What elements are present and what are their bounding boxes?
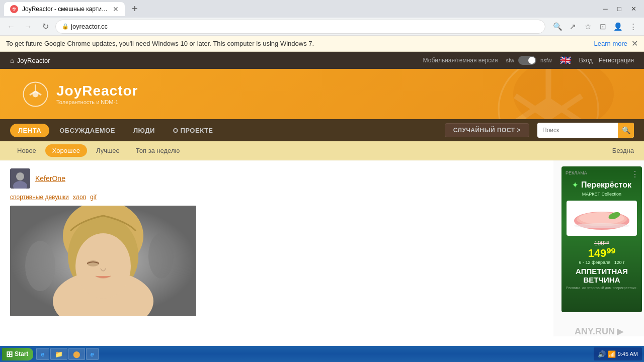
menu-icon[interactable]: ⋮ xyxy=(626,20,640,34)
refresh-button[interactable]: ↻ xyxy=(38,20,52,34)
chrome-icon: ⬤ xyxy=(73,350,80,358)
subnav-bezdna[interactable]: Бездна xyxy=(612,147,634,154)
nav-item-o-proekte[interactable]: О ПРОЕКТЕ xyxy=(165,124,221,137)
infobar-message: To get future Google Chrome updates, you… xyxy=(6,40,590,47)
ad-options-button[interactable]: ⋮ xyxy=(631,169,639,179)
post-tags: спортивные девушки хлоп gif xyxy=(10,194,543,201)
ad-disclaimer: Реклама. ао «торговый дом «перекресток». xyxy=(566,286,637,290)
toggle-switch[interactable] xyxy=(518,56,536,65)
learn-more-link[interactable]: Learn more xyxy=(594,40,627,47)
nav-item-lyudi[interactable]: ЛЮДИ xyxy=(125,124,163,137)
home-icon: ⌂ xyxy=(10,57,14,64)
search-input[interactable] xyxy=(537,124,618,136)
edge-icon: e xyxy=(91,350,94,358)
random-post-button[interactable]: СЛУЧАЙНЫЙ ПОСТ > xyxy=(445,123,529,137)
ad-brand-name: Перекрёсток xyxy=(581,180,631,190)
site-topbar: ⌂ JoyReactor Мобильная/темная версия sfw… xyxy=(0,52,644,69)
post-tag-2[interactable]: gif xyxy=(90,194,97,201)
profile-icon[interactable]: 👤 xyxy=(611,20,625,34)
tab-favicon: ☢ xyxy=(10,5,18,13)
site-logo[interactable]: JoyReactor Толерантность и NDM-1 xyxy=(20,79,138,109)
tab-close-button[interactable]: ✕ xyxy=(113,5,119,13)
tab-title: JoyReactor - смешные картинки и... xyxy=(22,6,109,13)
share-icon[interactable]: ↗ xyxy=(566,20,580,34)
back-button[interactable]: ← xyxy=(4,20,18,34)
start-label: Start xyxy=(15,350,28,357)
svg-point-9 xyxy=(148,233,174,279)
minimize-button[interactable]: ─ xyxy=(599,3,612,16)
windows-taskbar: ⊞ Start e 📁 ⬤ e 🔊 📶 9:45 AM xyxy=(0,346,644,362)
infobar-close-button[interactable]: ✕ xyxy=(631,39,638,48)
svg-point-13 xyxy=(75,233,131,299)
nav-item-obsuzhdaemoe[interactable]: ОБСУЖДАЕМОЕ xyxy=(51,124,123,137)
taskbar-item-edge[interactable]: e xyxy=(86,348,99,360)
titlebar-controls: ─ □ ✕ xyxy=(599,3,640,16)
nav-item-lenta[interactable]: ЛЕНТА xyxy=(10,124,49,137)
site-header: JoyReactor Толерантность и NDM-1 xyxy=(0,69,644,119)
browser-tab[interactable]: ☢ JoyReactor - смешные картинки и... ✕ xyxy=(4,2,125,16)
system-tray: 🔊 📶 9:45 AM xyxy=(594,347,642,360)
taskbar-item-explorer[interactable]: 📁 xyxy=(50,348,67,360)
svg-point-2 xyxy=(499,69,598,119)
subnav-item-novoe[interactable]: Новое xyxy=(10,144,43,157)
language-flag[interactable]: 🇬🇧 xyxy=(560,55,571,66)
site-main: KeferOne спортивные девушки хлоп gif xyxy=(0,160,644,336)
ad-title: АППЕТИТНАЯ ВЕТЧИНА xyxy=(566,267,638,284)
start-button[interactable]: ⊞ Start xyxy=(2,348,33,360)
author-name[interactable]: KeferOne xyxy=(35,174,65,183)
svg-point-14 xyxy=(87,260,99,266)
new-tab-button[interactable]: + xyxy=(128,3,142,15)
ad-date: 6 - 12 февраля 120 г xyxy=(579,260,624,265)
subnav-item-luchshee[interactable]: Лучшее xyxy=(89,144,127,157)
topbar-logo[interactable]: ⌂ JoyReactor xyxy=(10,57,50,64)
tray-volume-icon[interactable]: 🔊 xyxy=(598,350,606,358)
address-text: joyreactor.cc xyxy=(71,23,539,30)
explorer-icon: 📁 xyxy=(55,350,63,358)
register-link[interactable]: Регистрация xyxy=(599,57,634,64)
subnav-item-horoshee[interactable]: Хорошее xyxy=(45,144,87,157)
chrome-infobar: To get future Google Chrome updates, you… xyxy=(0,36,644,52)
tray-network-icon[interactable]: 📶 xyxy=(608,350,616,358)
svg-point-5 xyxy=(16,172,24,180)
post-tag-1[interactable]: хлоп xyxy=(73,194,86,201)
lock-icon: 🔒 xyxy=(62,23,69,30)
maximize-button[interactable]: □ xyxy=(613,3,626,16)
subnav-item-top-week[interactable]: Топ за неделю xyxy=(129,144,187,157)
extensions-icon[interactable]: ⊡ xyxy=(596,20,610,34)
nsfw-label: nsfw xyxy=(540,57,552,63)
svg-point-19 xyxy=(574,223,629,228)
search-box: 🔍 xyxy=(537,123,634,138)
search-submit-button[interactable]: 🔍 xyxy=(618,123,634,138)
ad-sub-label: МАРКЕТ Collection xyxy=(582,192,621,197)
ad-label: РЕКЛАМА xyxy=(566,170,587,175)
ad-box: ⋮ РЕКЛАМА ✦ Перекрёсток МАРКЕТ Collectio… xyxy=(561,166,642,312)
topbar-logo-text: JoyReactor xyxy=(17,57,50,64)
bookmark-icon[interactable]: ☆ xyxy=(581,20,595,34)
sfw-nsfw-toggle: sfw nsfw xyxy=(506,56,552,65)
close-button[interactable]: ✕ xyxy=(627,3,640,16)
post-image-content xyxy=(10,206,196,316)
toggle-knob xyxy=(528,57,535,64)
site-name: JoyReactor xyxy=(56,83,138,99)
forward-button[interactable]: → xyxy=(21,20,35,34)
ad-brand-logo: ✦ xyxy=(572,181,578,189)
taskbar-item-chrome[interactable]: ⬤ xyxy=(68,348,85,360)
ad-product-image xyxy=(567,201,637,236)
address-bar[interactable]: 🔒 joyreactor.cc xyxy=(55,20,545,34)
site-tagline: Толерантность и NDM-1 xyxy=(56,99,138,105)
post-image xyxy=(10,206,196,316)
ad-sidebar: ⋮ РЕКЛАМА ✦ Перекрёсток МАРКЕТ Collectio… xyxy=(553,160,644,336)
site-subnav: Новое Хорошее Лучшее Топ за неделю Бездн… xyxy=(0,141,644,160)
ie-icon: e xyxy=(41,350,44,358)
post-tag-0[interactable]: спортивные девушки xyxy=(10,194,69,201)
ad-brand: ✦ Перекрёсток xyxy=(572,180,631,190)
post-author: KeferOne xyxy=(10,168,543,189)
ad-price-old: 199⁹⁹ xyxy=(594,240,609,247)
mobile-version-link[interactable]: Мобильная/темная версия xyxy=(423,57,498,64)
login-link[interactable]: Вход xyxy=(579,57,593,64)
ad-price: 149⁹⁹ xyxy=(588,247,616,260)
taskbar-item-ie[interactable]: e xyxy=(36,348,49,360)
svg-point-3 xyxy=(539,100,557,118)
search-icon[interactable]: 🔍 xyxy=(550,20,565,34)
start-icon: ⊞ xyxy=(6,349,13,359)
